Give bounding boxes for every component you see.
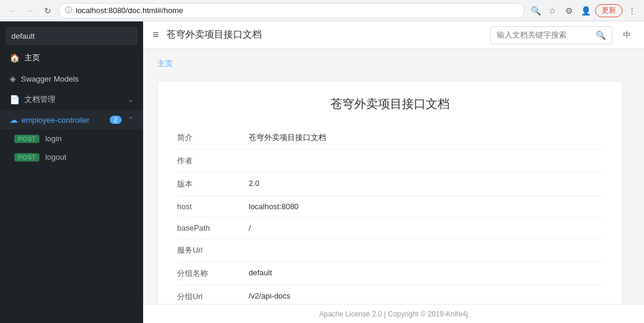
app-layout: default 🏠 主页 ◈ Swagger Models 📄 文档管理 ⌄ ☁… <box>0 21 644 323</box>
content-area: 主页 苍穹外卖项目接口文档 简介 苍穹外卖项目接口文档 作者 版本 2.0 ho <box>143 49 644 304</box>
label-version: 版本 <box>177 179 249 190</box>
post-badge-login: POST <box>14 135 39 143</box>
home-icon: 🏠 <box>10 53 20 63</box>
controller-item[interactable]: ☁ employee-controller 2 ⌃ <box>0 110 143 129</box>
controller-icon: ☁ <box>10 115 18 125</box>
sidebar: default 🏠 主页 ◈ Swagger Models 📄 文档管理 ⌄ ☁… <box>0 21 143 323</box>
main-content: ≡ 苍穹外卖项目接口文档 🔍 中 主页 苍穹外卖项目接口文档 简介 苍穹外卖项目… <box>143 21 644 323</box>
value-group-url: /v2/api-docs <box>249 291 603 300</box>
sidebar-item-docs-label: 文档管理 <box>24 94 123 105</box>
info-row-zuozhe: 作者 <box>177 150 603 173</box>
sidebar-item-home-label: 主页 <box>24 52 134 63</box>
info-row-version: 版本 2.0 <box>177 173 603 196</box>
search-icon: 🔍 <box>596 30 606 40</box>
controller-label: employee-controller <box>21 116 89 125</box>
lock-icon: ⓘ <box>65 5 72 15</box>
back-button[interactable]: ← <box>5 4 19 18</box>
header-search: 🔍 <box>490 26 612 44</box>
sidebar-item-swagger-label: Swagger Models <box>21 74 134 83</box>
bookmark-button[interactable]: ☆ <box>545 4 559 18</box>
value-host: localhost:8080 <box>249 202 603 211</box>
footer-text: Apache License 2.0 | Copyright © 2019-Kn… <box>319 310 467 318</box>
endpoint-logout[interactable]: POST logout <box>0 148 143 166</box>
extensions-button[interactable]: ⚙ <box>562 4 576 18</box>
label-group-url: 分组Url <box>177 291 249 302</box>
value-group-name: default <box>249 268 603 277</box>
group-select[interactable]: default <box>6 27 137 45</box>
value-basepath: / <box>249 223 603 232</box>
endpoint-logout-path: logout <box>45 153 66 162</box>
footer: Apache License 2.0 | Copyright © 2019-Kn… <box>143 304 644 323</box>
info-row-host: host localhost:8080 <box>177 196 603 218</box>
label-service-url: 服务Url <box>177 245 249 256</box>
label-host: host <box>177 202 249 211</box>
forward-button[interactable]: → <box>23 4 37 18</box>
browser-chrome: ← → ↻ ⓘ localhost:8080/doc.html#/home 🔍 … <box>0 0 644 21</box>
label-group-name: 分组名称 <box>177 268 249 279</box>
profile-button[interactable]: 👤 <box>578 4 593 18</box>
card-title: 苍穹外卖项目接口文档 <box>177 96 603 112</box>
controller-expand-icon: ⌃ <box>128 116 134 124</box>
sidebar-item-swagger[interactable]: ◈ Swagger Models <box>0 69 143 89</box>
search-page-button[interactable]: 🔍 <box>528 4 543 18</box>
docs-collapse-icon: ⌄ <box>128 95 134 104</box>
info-row-basepath: basePath / <box>177 218 603 239</box>
post-badge-logout: POST <box>14 153 39 162</box>
endpoint-login[interactable]: POST login <box>0 129 143 148</box>
swagger-icon: ◈ <box>10 74 16 83</box>
update-button[interactable]: 更新 <box>595 4 623 17</box>
header-title: 苍穹外卖项目接口文档 <box>166 29 483 41</box>
info-row-group-url: 分组Url /v2/api-docs <box>177 285 603 304</box>
endpoint-login-path: login <box>45 134 61 143</box>
lang-button[interactable]: 中 <box>620 27 634 43</box>
docs-icon: 📄 <box>10 95 20 104</box>
info-card: 苍穹外卖项目接口文档 简介 苍穹外卖项目接口文档 作者 版本 2.0 host … <box>157 81 623 304</box>
controller-badge: 2 <box>110 116 122 124</box>
top-header: ≡ 苍穹外卖项目接口文档 🔍 中 <box>143 21 644 49</box>
search-input[interactable] <box>497 30 592 39</box>
address-text: localhost:8080/doc.html#/home <box>76 6 518 15</box>
sidebar-item-home[interactable]: 🏠 主页 <box>0 47 143 69</box>
info-row-jianjie: 简介 苍穹外卖项目接口文档 <box>177 126 603 150</box>
info-row-group-name: 分组名称 default <box>177 262 603 285</box>
value-jianjie: 苍穹外卖项目接口文档 <box>249 132 603 143</box>
reload-button[interactable]: ↻ <box>41 4 55 18</box>
label-zuozhe: 作者 <box>177 156 249 166</box>
value-version: 2.0 <box>249 179 603 188</box>
label-jianjie: 简介 <box>177 132 249 143</box>
breadcrumb[interactable]: 主页 <box>157 58 630 69</box>
address-bar[interactable]: ⓘ localhost:8080/doc.html#/home <box>58 3 525 18</box>
browser-right-icons: 🔍 ☆ ⚙ 👤 更新 ⋮ <box>528 4 639 18</box>
menu-button[interactable]: ⋮ <box>625 4 639 18</box>
sidebar-item-docs[interactable]: 📄 文档管理 ⌄ <box>0 89 143 110</box>
menu-icon[interactable]: ≡ <box>153 29 159 41</box>
label-basepath: basePath <box>177 223 249 232</box>
info-row-service-url: 服务Url <box>177 239 603 262</box>
